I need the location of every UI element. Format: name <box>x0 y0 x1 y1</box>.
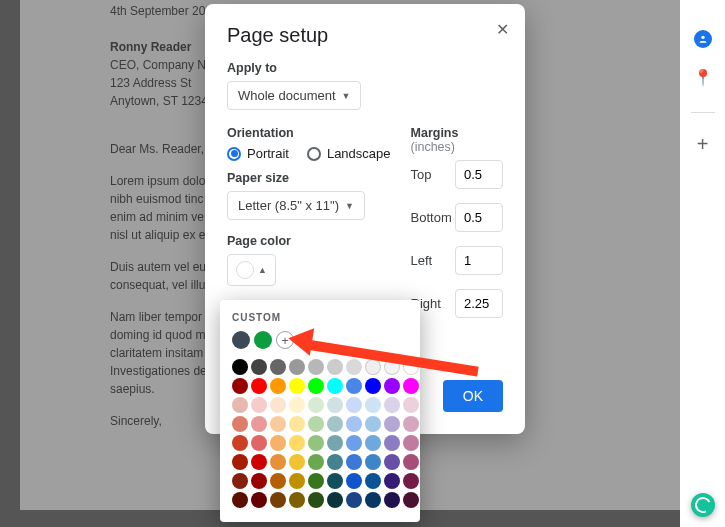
custom-color-swatch[interactable] <box>232 331 250 349</box>
color-swatch[interactable] <box>384 435 400 451</box>
color-swatch[interactable] <box>308 473 324 489</box>
color-swatch[interactable] <box>403 435 419 451</box>
color-swatch[interactable] <box>384 378 400 394</box>
color-swatch[interactable] <box>308 454 324 470</box>
color-swatch[interactable] <box>289 492 305 508</box>
color-swatch[interactable] <box>346 492 362 508</box>
color-swatch[interactable] <box>384 397 400 413</box>
color-swatch[interactable] <box>232 435 248 451</box>
color-swatch[interactable] <box>365 416 381 432</box>
color-swatch[interactable] <box>327 359 343 375</box>
color-swatch[interactable] <box>289 454 305 470</box>
color-swatch[interactable] <box>232 359 248 375</box>
color-swatch[interactable] <box>384 473 400 489</box>
color-swatch[interactable] <box>270 416 286 432</box>
color-swatch[interactable] <box>308 492 324 508</box>
color-swatch[interactable] <box>232 397 248 413</box>
color-swatch[interactable] <box>251 492 267 508</box>
color-swatch[interactable] <box>289 473 305 489</box>
color-swatch[interactable] <box>327 473 343 489</box>
color-swatch[interactable] <box>289 378 305 394</box>
color-swatch[interactable] <box>346 359 362 375</box>
color-swatch[interactable] <box>403 359 419 375</box>
ok-button[interactable]: OK <box>443 380 503 412</box>
color-swatch[interactable] <box>251 378 267 394</box>
color-swatch[interactable] <box>308 416 324 432</box>
color-swatch[interactable] <box>365 454 381 470</box>
color-swatch[interactable] <box>403 397 419 413</box>
color-swatch[interactable] <box>346 397 362 413</box>
add-custom-color-button[interactable]: + <box>276 331 294 349</box>
color-swatch[interactable] <box>251 454 267 470</box>
page-color-swatch-button[interactable]: ▲ <box>227 254 276 286</box>
color-swatch[interactable] <box>270 397 286 413</box>
color-swatch[interactable] <box>346 435 362 451</box>
apply-to-select[interactable]: Whole document ▼ <box>227 81 361 110</box>
color-swatch[interactable] <box>403 473 419 489</box>
margin-left-input[interactable] <box>455 246 503 275</box>
color-swatch[interactable] <box>327 492 343 508</box>
add-addon-icon[interactable]: + <box>694 135 712 153</box>
color-swatch[interactable] <box>403 378 419 394</box>
color-swatch[interactable] <box>232 416 248 432</box>
color-swatch[interactable] <box>365 359 381 375</box>
color-swatch[interactable] <box>308 378 324 394</box>
color-swatch[interactable] <box>251 359 267 375</box>
color-swatch[interactable] <box>232 492 248 508</box>
color-swatch[interactable] <box>403 492 419 508</box>
color-swatch[interactable] <box>270 359 286 375</box>
color-swatch[interactable] <box>365 492 381 508</box>
landscape-label: Landscape <box>327 146 391 161</box>
color-swatch[interactable] <box>232 473 248 489</box>
color-swatch[interactable] <box>384 454 400 470</box>
landscape-radio[interactable]: Landscape <box>307 146 391 161</box>
color-swatch[interactable] <box>365 473 381 489</box>
color-swatch[interactable] <box>327 416 343 432</box>
color-swatch[interactable] <box>365 435 381 451</box>
color-swatch[interactable] <box>327 454 343 470</box>
contacts-icon[interactable] <box>694 30 712 48</box>
color-swatch[interactable] <box>270 454 286 470</box>
color-swatch[interactable] <box>403 416 419 432</box>
color-swatch[interactable] <box>346 378 362 394</box>
custom-color-swatch[interactable] <box>254 331 272 349</box>
close-icon[interactable]: ✕ <box>496 20 509 39</box>
color-swatch[interactable] <box>232 378 248 394</box>
color-swatch[interactable] <box>327 378 343 394</box>
color-swatch[interactable] <box>289 359 305 375</box>
color-swatch[interactable] <box>270 492 286 508</box>
color-swatch[interactable] <box>346 416 362 432</box>
color-swatch[interactable] <box>289 416 305 432</box>
color-swatch[interactable] <box>384 492 400 508</box>
color-swatch[interactable] <box>365 378 381 394</box>
color-swatch[interactable] <box>308 435 324 451</box>
color-swatch[interactable] <box>384 359 400 375</box>
color-swatch[interactable] <box>346 473 362 489</box>
color-swatch[interactable] <box>308 359 324 375</box>
portrait-radio[interactable]: Portrait <box>227 146 289 161</box>
color-swatch[interactable] <box>403 454 419 470</box>
color-swatch[interactable] <box>251 416 267 432</box>
color-swatch[interactable] <box>232 454 248 470</box>
color-swatch[interactable] <box>251 473 267 489</box>
maps-icon[interactable]: 📍 <box>694 68 712 86</box>
color-swatch[interactable] <box>384 416 400 432</box>
paper-size-select[interactable]: Letter (8.5" x 11") ▼ <box>227 191 365 220</box>
color-swatch[interactable] <box>365 397 381 413</box>
color-swatch[interactable] <box>346 454 362 470</box>
margin-top-input[interactable] <box>455 160 503 189</box>
color-swatch[interactable] <box>270 473 286 489</box>
color-swatch[interactable] <box>289 397 305 413</box>
color-swatch[interactable] <box>327 397 343 413</box>
grammarly-icon[interactable] <box>691 493 715 517</box>
margin-right-input[interactable] <box>455 289 503 318</box>
color-swatch[interactable] <box>270 435 286 451</box>
color-swatch[interactable] <box>270 378 286 394</box>
color-swatch[interactable] <box>308 397 324 413</box>
color-swatch[interactable] <box>327 435 343 451</box>
portrait-label: Portrait <box>247 146 289 161</box>
color-swatch[interactable] <box>289 435 305 451</box>
margin-bottom-input[interactable] <box>455 203 503 232</box>
color-swatch[interactable] <box>251 435 267 451</box>
color-swatch[interactable] <box>251 397 267 413</box>
